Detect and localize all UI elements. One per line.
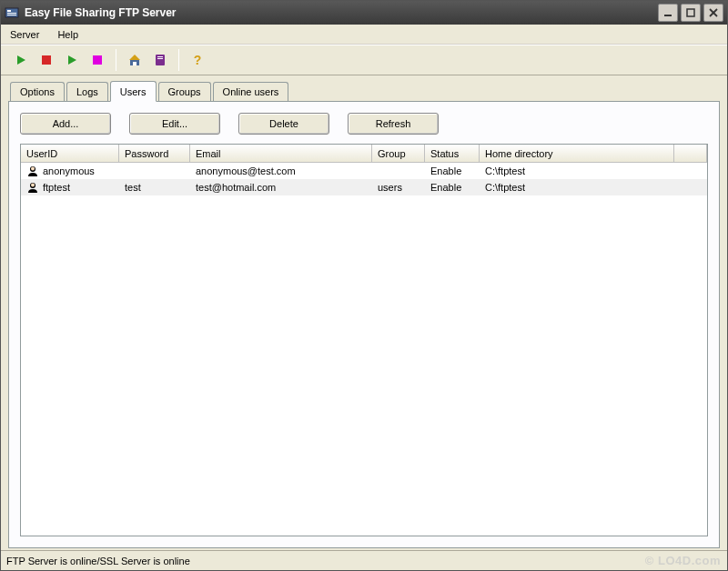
svg-rect-15 (156, 55, 165, 65)
svg-rect-9 (42, 55, 51, 65)
tab-strip: Options Logs Users Groups Online users (10, 81, 720, 101)
edit-button[interactable]: Edit... (129, 113, 220, 135)
maximize-button[interactable] (681, 4, 701, 22)
toolbar: ? (1, 45, 727, 75)
watermark: © LO4D.com (645, 554, 721, 567)
svg-rect-4 (664, 15, 672, 16)
svg-rect-11 (93, 55, 102, 65)
svg-text:?: ? (194, 53, 202, 67)
svg-marker-12 (129, 55, 140, 60)
user-icon (26, 181, 39, 194)
svg-rect-16 (157, 56, 163, 57)
user-icon (26, 165, 39, 177)
tab-logs[interactable]: Logs (66, 82, 108, 101)
svg-rect-2 (7, 13, 16, 14)
userid-text: ftptest (43, 182, 70, 193)
cell-password: test (119, 182, 190, 193)
status-text: FTP Server is online/SSL Server is onlin… (6, 556, 190, 566)
col-spacer (674, 145, 707, 163)
tab-groups[interactable]: Groups (158, 82, 211, 101)
svg-marker-10 (68, 55, 76, 65)
cell-email: anonymous@test.com (190, 165, 372, 176)
cell-status: Enable (425, 165, 480, 176)
action-buttons: Add... Edit... Delete Refresh (20, 113, 708, 135)
main-window: Easy File Sharing FTP Server Server Help (0, 0, 728, 571)
app-icon (5, 5, 19, 20)
table-row[interactable]: ftptest test test@hotmail.com users Enab… (21, 179, 707, 195)
col-home[interactable]: Home directory (480, 145, 674, 163)
userid-text: anonymous (43, 165, 95, 176)
toolbar-separator-2 (178, 49, 179, 71)
stop-magenta-icon[interactable] (86, 49, 108, 71)
play-green-icon[interactable] (10, 49, 32, 71)
cell-userid: anonymous (21, 165, 119, 177)
cell-group: users (372, 182, 425, 193)
menu-help[interactable]: Help (54, 27, 82, 42)
svg-rect-14 (133, 62, 136, 65)
home-icon[interactable] (124, 49, 146, 71)
book-icon[interactable] (149, 49, 171, 71)
svg-rect-17 (157, 58, 163, 59)
table-row[interactable]: anonymous anonymous@test.com Enable C:\f… (21, 163, 707, 179)
svg-point-20 (31, 167, 35, 171)
stop-red-icon[interactable] (35, 49, 57, 71)
svg-rect-3 (7, 15, 16, 15)
list-body: anonymous anonymous@test.com Enable C:\f… (21, 163, 707, 536)
tab-users[interactable]: Users (110, 81, 157, 102)
menu-server[interactable]: Server (6, 27, 43, 42)
svg-marker-8 (17, 55, 25, 65)
users-panel: Add... Edit... Delete Refresh UserID Pas… (8, 101, 720, 548)
toolbar-separator (116, 49, 116, 71)
svg-point-22 (31, 184, 35, 187)
window-buttons (658, 4, 723, 22)
titlebar: Easy File Sharing FTP Server (1, 1, 727, 25)
col-email[interactable]: Email (190, 145, 372, 163)
col-password[interactable]: Password (119, 145, 190, 163)
tab-online-users[interactable]: Online users (213, 82, 289, 101)
cell-home: C:\ftptest (480, 182, 674, 193)
delete-button[interactable]: Delete (238, 113, 329, 135)
close-button[interactable] (703, 4, 723, 22)
col-group[interactable]: Group (372, 145, 425, 163)
add-button[interactable]: Add... (20, 113, 111, 135)
users-list: UserID Password Email Group Status Home … (20, 144, 708, 536)
svg-rect-1 (7, 10, 11, 12)
svg-rect-5 (687, 9, 694, 16)
cell-status: Enable (425, 182, 480, 193)
cell-home: C:\ftptest (480, 165, 674, 176)
cell-userid: ftptest (21, 181, 119, 194)
content-area: Options Logs Users Groups Online users A… (1, 75, 727, 550)
col-userid[interactable]: UserID (21, 145, 119, 163)
cell-email: test@hotmail.com (190, 182, 372, 193)
window-title: Easy File Sharing FTP Server (25, 6, 658, 19)
refresh-button[interactable]: Refresh (348, 113, 439, 135)
play-green2-icon[interactable] (61, 49, 83, 71)
menubar: Server Help (1, 25, 727, 45)
statusbar: FTP Server is online/SSL Server is onlin… (1, 550, 727, 570)
tab-options[interactable]: Options (10, 82, 65, 101)
minimize-button[interactable] (658, 4, 678, 22)
help-icon[interactable]: ? (187, 49, 208, 71)
list-header: UserID Password Email Group Status Home … (21, 145, 707, 163)
col-status[interactable]: Status (425, 145, 480, 163)
